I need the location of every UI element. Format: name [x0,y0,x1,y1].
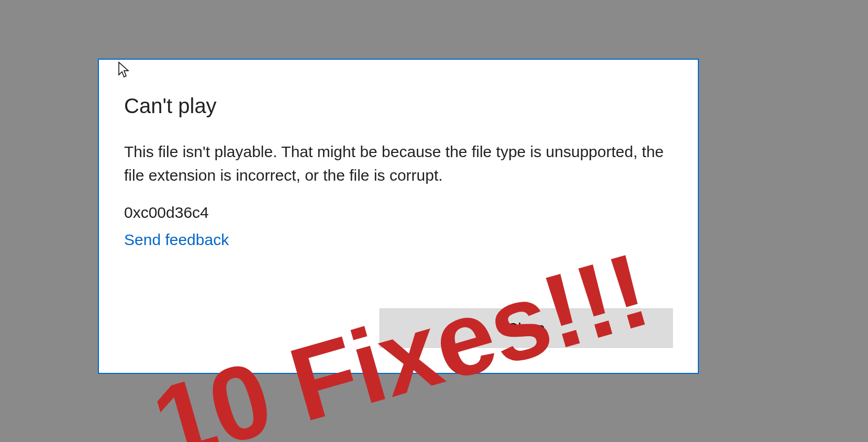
dialog-title: Can't play [124,94,673,118]
error-code: 0xc00d36c4 [124,204,673,222]
send-feedback-link[interactable]: Send feedback [124,231,229,249]
dialog-message: This file isn't playable. That might be … [124,140,673,187]
error-dialog: Can't play This file isn't playable. Tha… [98,59,699,374]
close-button[interactable]: Close [380,308,673,348]
